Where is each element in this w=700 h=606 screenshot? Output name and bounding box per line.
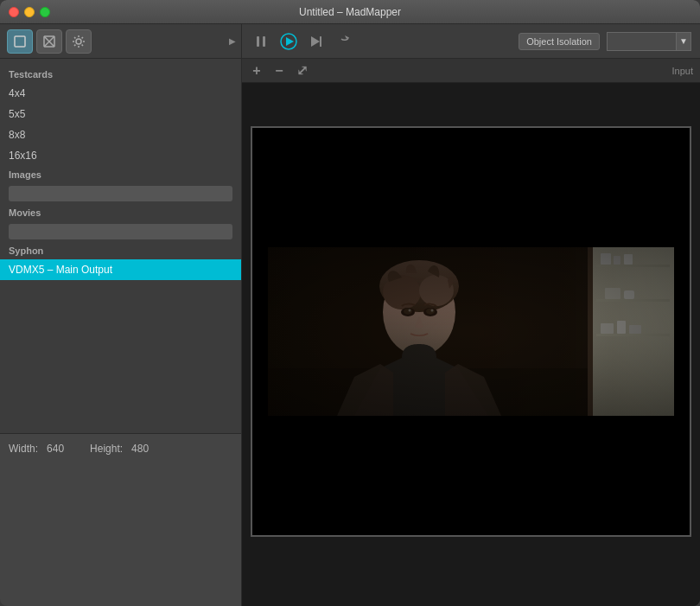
- movies-section-header: Movies: [0, 204, 241, 221]
- window-controls: [9, 7, 50, 17]
- left-toolbar: ▶: [0, 24, 241, 59]
- list-item[interactable]: VDMX5 – Main Output: [0, 259, 241, 280]
- width-label: Width: 640: [9, 443, 64, 455]
- list-item[interactable]: 4x4: [0, 83, 241, 104]
- svg-rect-10: [320, 36, 321, 47]
- svg-point-5: [76, 39, 81, 44]
- main-layout: ▶ Testcards 4x4 5x5 8x8 16x16 Images Mov…: [0, 24, 700, 606]
- surfaces-tool-button[interactable]: [7, 29, 33, 54]
- play-button[interactable]: [278, 31, 299, 52]
- testcards-section-header: Testcards: [0, 66, 241, 83]
- settings-tool-button[interactable]: [66, 29, 92, 54]
- movies-bar: [9, 224, 232, 239]
- info-panel: Width: 640 Height: 480: [0, 433, 241, 606]
- step-button[interactable]: [306, 31, 327, 52]
- object-isolation-label: Object Isolation: [519, 33, 600, 50]
- height-label: Height: 480: [90, 443, 149, 455]
- svg-rect-7: [263, 36, 265, 47]
- pause-button[interactable]: [251, 31, 271, 52]
- svg-rect-6: [257, 36, 259, 47]
- input-label: Input: [672, 66, 693, 76]
- isolation-input[interactable]: [607, 32, 676, 51]
- svg-rect-41: [268, 247, 674, 416]
- source-list: Testcards 4x4 5x5 8x8 16x16 Images Movie…: [0, 59, 241, 433]
- svg-rect-1: [16, 38, 23, 45]
- isolation-dropdown-arrow[interactable]: ▼: [676, 32, 691, 51]
- maximize-button[interactable]: [40, 7, 50, 17]
- rewind-button[interactable]: [334, 31, 354, 52]
- preview-controls: + − ⤢ Input: [242, 59, 700, 83]
- window-title: Untitled – MadMapper: [299, 6, 401, 18]
- svg-marker-11: [311, 36, 320, 47]
- expand-arrow-icon: ▶: [229, 36, 236, 46]
- zoom-in-button[interactable]: +: [249, 63, 264, 79]
- list-item[interactable]: 5x5: [0, 104, 241, 124]
- right-toolbar: Object Isolation ▼: [242, 24, 700, 59]
- right-panel: Object Isolation ▼ + − ⤢ Input: [242, 24, 700, 606]
- list-item[interactable]: 16x16: [0, 145, 241, 166]
- images-section-header: Images: [0, 166, 241, 183]
- height-value: 480: [131, 443, 149, 455]
- preview-area: [242, 83, 700, 606]
- close-button[interactable]: [9, 7, 19, 17]
- syphon-section-header: Syphon: [0, 242, 241, 259]
- quads-tool-button[interactable]: [36, 29, 62, 54]
- zoom-out-button[interactable]: −: [271, 63, 287, 79]
- svg-marker-9: [286, 37, 294, 46]
- video-content: [268, 247, 674, 416]
- images-bar: [9, 186, 232, 201]
- minimize-button[interactable]: [24, 7, 35, 17]
- film-frame-svg: [268, 247, 674, 416]
- list-item[interactable]: 8x8: [0, 124, 241, 145]
- isolation-dropdown[interactable]: ▼: [607, 32, 691, 51]
- preview-frame: [251, 126, 691, 537]
- fit-button[interactable]: ⤢: [294, 63, 309, 79]
- width-value: 640: [47, 443, 64, 455]
- title-bar: Untitled – MadMapper: [0, 0, 700, 24]
- dimensions-row: Width: 640 Height: 480: [9, 443, 232, 455]
- left-panel: ▶ Testcards 4x4 5x5 8x8 16x16 Images Mov…: [0, 24, 242, 606]
